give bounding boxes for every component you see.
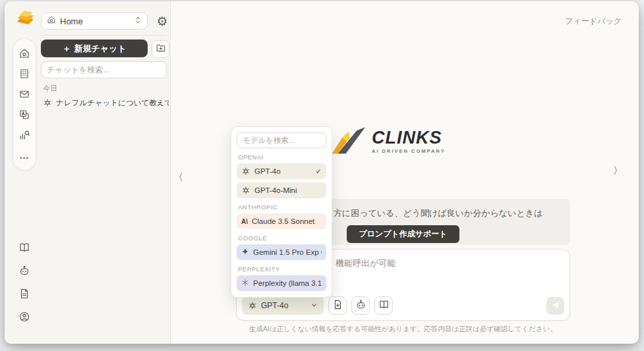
more-icon[interactable]: … [18, 149, 30, 161]
knowledge-button[interactable] [374, 296, 393, 315]
model-selector-value: GPT-4o [261, 301, 307, 310]
screen: … Home ⚙ ＋ 新規チャット 今 [0, 0, 644, 351]
home-icon[interactable] [18, 47, 30, 59]
file-plus-icon [332, 299, 343, 313]
openai-icon [241, 186, 250, 195]
analytics-icon[interactable] [18, 129, 30, 141]
model-dropdown: OPENAI GPT-4o ✓ GPT-4o-Mini ANTHROPIC A\… [231, 126, 332, 298]
translate-icon[interactable] [18, 109, 30, 121]
model-group-label: OPENAI [238, 153, 325, 161]
home-small-icon [47, 15, 56, 27]
brand-name: CLINKS [372, 128, 446, 147]
model-option-label: Claude 3.5 Sonnet [252, 217, 322, 225]
prompt-support-button[interactable]: プロンプト作成サポート [347, 225, 459, 243]
attach-file-button[interactable] [328, 296, 347, 315]
openai-icon [43, 98, 52, 107]
model-selector[interactable]: GPT-4o [242, 296, 324, 315]
app-window: … Home ⚙ ＋ 新規チャット 今 [5, 1, 639, 344]
mail-icon[interactable] [18, 88, 30, 100]
building-icon[interactable] [18, 68, 30, 80]
new-chat-button[interactable]: ＋ 新規チャット [41, 40, 148, 57]
nav-rail-bottom [13, 242, 36, 323]
model-search-input[interactable] [237, 132, 326, 148]
composer-toolbar: GPT-4o [242, 296, 564, 315]
chat-history-title: ナレフルチャットについて教えて [56, 98, 169, 108]
new-chat-label: 新規チャット [74, 43, 126, 55]
today-section-label: 今日 [43, 84, 57, 94]
model-group-label: PERPLEXITY [238, 265, 325, 273]
feedback-link[interactable]: フィードバック [565, 16, 622, 27]
expand-panel-icon[interactable]: 〉 [613, 165, 623, 177]
paper-plane-icon [550, 300, 561, 311]
book-icon[interactable] [18, 242, 30, 254]
model-group-label: GOOGLE [238, 234, 325, 242]
select-arrows-icon [134, 15, 142, 27]
chevron-down-icon [310, 300, 318, 311]
model-option-label: Perplexity (llama 3.1) [253, 279, 322, 287]
gemini-icon [241, 246, 249, 258]
model-option-label: GPT-4o-Mini [254, 186, 322, 194]
model-option-label: Gemini 1.5 Pro Exp 0827 [253, 248, 322, 256]
app-logo-icon [16, 9, 36, 26]
brand-tagline: AI DRIVEN COMPANY [372, 148, 446, 154]
workspace-select[interactable]: Home [41, 13, 148, 30]
chat-search-input[interactable] [41, 61, 167, 78]
folder-plus-icon [156, 43, 166, 56]
chat-history-item[interactable]: ナレフルチャットについて教えて [41, 95, 171, 110]
collapse-sidebar-icon[interactable]: 〈 [173, 171, 183, 184]
model-option-claude-35-sonnet[interactable]: A\ Claude 3.5 Sonnet [237, 213, 326, 229]
model-option-label: GPT-4o [254, 167, 312, 175]
clinks-arrow-icon [331, 126, 366, 156]
openai-icon [241, 167, 250, 176]
ai-disclaimer: 生成AIは正しくない情報を応答する可能性があります。応答内容は正誤は必ず確認して… [236, 325, 570, 334]
perplexity-icon [241, 277, 249, 289]
new-folder-button[interactable] [152, 40, 169, 58]
model-option-gemini-15-pro[interactable]: Gemini 1.5 Pro Exp 0827 [237, 244, 326, 260]
nav-rail: … [13, 38, 36, 171]
account-icon[interactable] [18, 311, 30, 323]
clinks-logo: CLINKS AI DRIVEN COMPANY [331, 126, 446, 156]
anthropic-icon: A\ [241, 218, 248, 225]
openai-icon [248, 301, 257, 310]
sidebar: … Home ⚙ ＋ 新規チャット 今 [5, 1, 171, 344]
model-option-gpt-4o[interactable]: GPT-4o ✓ [237, 163, 326, 179]
robot-icon[interactable] [18, 265, 30, 277]
model-option-perplexity-llama[interactable]: Perplexity (llama 3.1) [237, 275, 326, 291]
robot-icon [355, 299, 366, 313]
workspace-select-value: Home [60, 16, 131, 26]
model-option-gpt-4o-mini[interactable]: GPT-4o-Mini [237, 182, 326, 198]
composer-placeholder: 機能呼出が可能 [336, 257, 395, 269]
sidebar-divider [41, 35, 167, 36]
book-icon [378, 299, 390, 313]
settings-gear-icon[interactable]: ⚙ [155, 13, 169, 30]
document-icon[interactable] [18, 288, 30, 300]
agent-button[interactable] [351, 296, 370, 315]
send-button[interactable] [546, 297, 564, 315]
model-group-label: ANTHROPIC [238, 203, 325, 211]
check-icon: ✓ [316, 167, 322, 176]
plus-icon: ＋ [62, 43, 71, 55]
